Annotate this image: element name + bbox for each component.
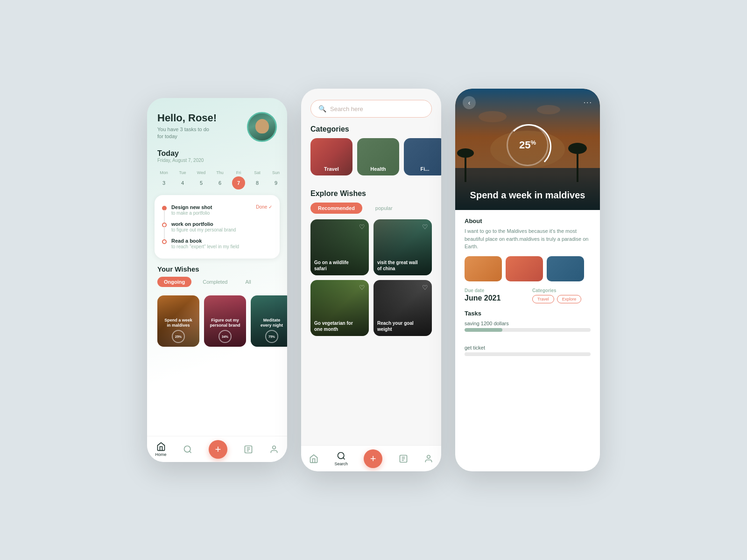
thumb-bg xyxy=(506,256,543,281)
thumb-bg xyxy=(465,256,502,281)
wish-card-progress: 25% xyxy=(161,330,196,343)
wish-card-brand[interactable]: Figure out mypersonal brand 34% xyxy=(204,295,246,347)
categories-title: Categories xyxy=(301,125,441,138)
due-date-label: Due date xyxy=(465,288,523,293)
progress-value: 25% xyxy=(175,335,182,338)
wish-title: Go vegetarian forone month xyxy=(314,320,365,332)
wish-card-vegetarian[interactable]: ♡ Go vegetarian forone month xyxy=(310,280,369,336)
task-content: Read a book to reach "expert" level in m… xyxy=(171,238,272,249)
avatar[interactable] xyxy=(247,112,277,142)
wish-card-maldives[interactable]: Spend a weekin maldives 25% xyxy=(157,295,199,347)
back-button[interactable]: ‹ xyxy=(463,96,476,109)
categories-section: Categories Travel Explore xyxy=(532,288,591,303)
progress-value: 75% xyxy=(268,335,275,338)
bottom-nav-2: Search + xyxy=(301,445,441,471)
wish-card-overlay: Meditateevery night 75% xyxy=(251,295,287,347)
wish-card-china[interactable]: ♡ visit the great wallof china xyxy=(374,219,432,275)
due-date-value: June 2021 xyxy=(465,294,523,302)
wish-card-progress: 34% xyxy=(208,330,242,343)
wish-card-wildlife[interactable]: ♡ Go on a wildlifesafari xyxy=(310,219,369,275)
phone-detail: ‹ ··· 25% Spend a week in maldives About… xyxy=(455,89,600,471)
wish-card-meditate[interactable]: Meditateevery night 75% xyxy=(251,295,287,347)
cal-day-sat: Sat 8 xyxy=(251,170,264,189)
tab-recommended[interactable]: Recommended xyxy=(310,203,362,214)
category-health[interactable]: Health xyxy=(357,138,399,175)
progress-suffix: % xyxy=(530,139,536,146)
progress-text: 25% xyxy=(519,139,536,151)
heart-icon[interactable]: ♡ xyxy=(422,284,428,291)
cal-day-tue: Tue 4 xyxy=(176,170,189,189)
nav-home[interactable]: Home xyxy=(155,442,167,457)
nav-home-2[interactable] xyxy=(309,454,318,463)
task-item: Read a book to reach "expert" level in m… xyxy=(162,235,272,252)
progress-fill xyxy=(465,328,502,332)
wish-card-title: Spend a weekin maldives xyxy=(161,318,196,328)
cat-label-travel: Travel xyxy=(310,166,352,172)
phone-home: Hello, Rose! You have 3 tasks to dofor t… xyxy=(147,98,287,462)
meta-section: Due date June 2021 Categories Travel Exp… xyxy=(465,288,591,303)
wish-card-weight[interactable]: ♡ Reach your goalweight xyxy=(374,280,432,336)
tag-explore[interactable]: Explore xyxy=(557,295,582,303)
task-content: Design new shot to make a portfolio xyxy=(171,204,251,216)
nav-search-2[interactable]: Search xyxy=(334,451,348,466)
phone-explore: 🔍 Search here Categories Travel Health F… xyxy=(301,89,441,471)
tab-ongoing[interactable]: Ongoing xyxy=(157,277,191,287)
tab-popular[interactable]: popular xyxy=(368,203,400,214)
search-icon: 🔍 xyxy=(318,105,326,112)
heart-icon[interactable]: ♡ xyxy=(359,223,365,231)
more-button[interactable]: ··· xyxy=(584,98,592,107)
p1-today-section: Today Friday, August 7, 2020 xyxy=(147,149,287,167)
category-fitness[interactable]: Fi... xyxy=(404,138,441,175)
progress-ring: 75% xyxy=(265,330,278,343)
cal-day-thu: Thu 6 xyxy=(213,170,226,189)
explore-title: Explore Wishes xyxy=(310,189,432,198)
today-date: Friday, August 7, 2020 xyxy=(157,158,277,163)
task-item: work on portfolio to figure out my perso… xyxy=(162,218,272,235)
search-bar[interactable]: 🔍 Search here xyxy=(310,100,432,118)
nav-add-button-2[interactable]: + xyxy=(364,449,382,468)
category-tags: Travel Explore xyxy=(532,295,591,303)
nav-tasks-2[interactable] xyxy=(399,454,408,463)
progress-bar: 30% xyxy=(465,328,591,332)
avatar-image xyxy=(248,113,275,140)
search-placeholder-text: Search here xyxy=(330,105,363,112)
about-text: I want to go to the Maldives because it'… xyxy=(465,227,591,251)
tab-completed[interactable]: Completed xyxy=(196,277,234,287)
tag-travel[interactable]: Travel xyxy=(532,295,554,303)
nav-search[interactable] xyxy=(183,445,192,454)
heart-icon[interactable]: ♡ xyxy=(359,284,365,291)
wish-cards-list: Spend a weekin maldives 25% Figure out m… xyxy=(147,291,287,347)
gallery-thumb-1[interactable] xyxy=(465,256,502,281)
wish-card-title: Figure out mypersonal brand xyxy=(208,318,242,328)
gallery-thumb-3[interactable] xyxy=(547,256,584,281)
category-travel[interactable]: Travel xyxy=(310,138,352,175)
categories-list: Travel Health Fi... xyxy=(301,138,441,183)
p1-calendar: Mon 3 Tue 4 Wed 5 Thu 6 Fri 7 Sat 8 xyxy=(147,167,287,195)
greeting-title: Hello, Rose! xyxy=(157,112,217,124)
heart-icon[interactable]: ♡ xyxy=(422,223,428,231)
explore-section: Explore Wishes Recommended popular ♡ Go … xyxy=(301,183,441,343)
task-item: Design new shot to make a portfolio Done… xyxy=(162,202,272,218)
hero-nav: ‹ ··· xyxy=(463,96,592,109)
wish-title: Reach your goalweight xyxy=(377,320,428,332)
screens-container: Hello, Rose! You have 3 tasks to dofor t… xyxy=(147,89,600,471)
tasks-title: Tasks xyxy=(465,310,591,317)
task-title: Design new shot xyxy=(171,204,251,210)
nav-add-button[interactable]: + xyxy=(209,440,227,459)
task-dot xyxy=(162,239,167,244)
svg-point-7 xyxy=(338,452,344,458)
nav-search-label: Search xyxy=(334,462,348,466)
nav-profile[interactable] xyxy=(269,445,279,454)
due-date-section: Due date June 2021 xyxy=(465,288,523,303)
tasks-section: Tasks saving 1200 dollars 30% get ticket… xyxy=(465,310,591,356)
progress-bar: 0% xyxy=(465,352,591,356)
nav-home-label: Home xyxy=(155,452,167,457)
gallery-thumb-2[interactable] xyxy=(506,256,543,281)
tab-all[interactable]: All xyxy=(239,277,257,287)
p1-wishes-section: Your Wishes Ongoing Completed All xyxy=(147,259,287,291)
progress-ring: 25% xyxy=(507,124,549,166)
task-title: Read a book xyxy=(171,238,272,244)
task-name: saving 1200 dollars xyxy=(465,321,591,326)
nav-profile-2[interactable] xyxy=(424,454,433,463)
nav-tasks[interactable] xyxy=(244,445,253,454)
